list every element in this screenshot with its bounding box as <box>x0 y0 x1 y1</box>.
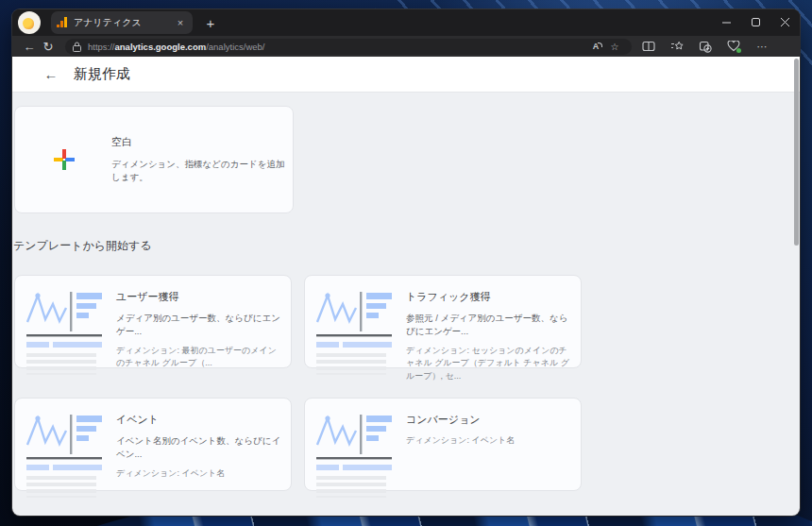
template-card-title: コンバージョン <box>406 413 572 427</box>
template-card-description: メディア別のユーザー数、ならびにエンゲー... <box>116 312 282 338</box>
window-maximize-button[interactable] <box>741 9 770 36</box>
page-back-arrow-icon[interactable]: ← <box>41 66 61 82</box>
browser-essentials-icon[interactable] <box>722 38 745 55</box>
report-thumbnail-icon <box>25 288 103 375</box>
template-card-conversions[interactable]: コンバージョン ディメンション: イベント名 <box>304 398 582 491</box>
page-header: ← 新規作成 <box>12 57 800 93</box>
analytics-page: ← 新規作成 空白 ディメンション、指標などのカードを追加します。 テンプレート… <box>12 57 800 516</box>
url-text: https://analytics.google.com/analytics/w… <box>88 42 586 52</box>
tab-close-icon[interactable]: × <box>174 17 187 28</box>
templates-section-label: テンプレートから開始する <box>13 238 152 254</box>
browser-window: アナリティクス × + ← ↻ https://analytics.google… <box>12 9 800 516</box>
add-plus-icon <box>53 148 76 171</box>
blank-card-description: ディメンション、指標などのカードを追加します。 <box>111 158 293 185</box>
template-card-description: イベント名別のイベント数、ならびにイベン... <box>116 434 282 461</box>
blank-card-title: 空白 <box>111 135 293 149</box>
report-thumbnail-icon <box>25 411 103 498</box>
window-close-button[interactable] <box>770 9 800 36</box>
tab-strip: アナリティクス × + <box>12 9 800 36</box>
template-card-text: コンバージョン ディメンション: イベント名 <box>406 411 572 490</box>
analytics-favicon-icon <box>57 17 68 28</box>
new-tab-button[interactable]: + <box>200 12 221 33</box>
profile-avatar[interactable] <box>18 11 41 34</box>
favorites-star-icon[interactable]: ☆ <box>605 42 624 52</box>
workspaces-icon[interactable] <box>694 38 717 55</box>
blank-card-text: 空白 ディメンション、指標などのカードを追加します。 <box>111 135 293 185</box>
browser-toolbar: ← ↻ https://analytics.google.com/analyti… <box>12 36 800 57</box>
window-minimize-button[interactable] <box>712 9 741 36</box>
template-card-events[interactable]: イベント イベント名別のイベント数、ならびにイベン... ディメンション: イベ… <box>14 398 292 491</box>
page-scrollbar[interactable] <box>794 59 799 246</box>
template-card-dimensions: ディメンション: 最初のユーザーのメインのチャネル グループ（... <box>116 345 282 370</box>
more-menu-icon[interactable]: ⋯ <box>751 38 773 55</box>
template-card-title: トラフィック獲得 <box>406 290 572 304</box>
template-card-dimensions: ディメンション: イベント名 <box>116 467 282 481</box>
report-thumbnail-icon <box>315 411 393 498</box>
template-card-traffic-acquisition[interactable]: トラフィック獲得 参照元 / メディア別のユーザー数、ならびにエンゲー... デ… <box>304 275 582 368</box>
template-card-text: トラフィック獲得 参照元 / メディア別のユーザー数、ならびにエンゲー... デ… <box>406 288 572 367</box>
template-card-text: ユーザー獲得 メディア別のユーザー数、ならびにエンゲー... ディメンション: … <box>116 288 282 367</box>
template-card-text: イベント イベント名別のイベント数、ならびにイベン... ディメンション: イベ… <box>116 411 282 490</box>
template-card-dimensions: ディメンション: セッションのメインのチャネル グループ（デフォルト チャネル … <box>406 345 572 383</box>
url-path: /analytics/web/ <box>206 42 264 52</box>
template-card-dimensions: ディメンション: イベント名 <box>406 434 572 448</box>
blank-template-card[interactable]: 空白 ディメンション、指標などのカードを追加します。 <box>14 106 294 213</box>
read-aloud-icon[interactable]: A <box>586 42 605 51</box>
browser-tab-analytics[interactable]: アナリティクス × <box>51 11 193 34</box>
template-card-title: イベント <box>116 413 282 427</box>
avatar-image <box>23 18 34 29</box>
template-card-description: 参照元 / メディア別のユーザー数、ならびにエンゲー... <box>406 312 572 338</box>
collections-icon[interactable] <box>666 38 688 55</box>
page-title: 新規作成 <box>74 65 130 83</box>
report-thumbnail-icon <box>315 288 393 375</box>
lock-icon <box>73 42 81 52</box>
refresh-button[interactable]: ↻ <box>39 38 58 55</box>
url-scheme: https:// <box>88 42 115 52</box>
tab-title: アナリティクス <box>74 16 174 29</box>
split-screen-icon[interactable] <box>637 38 660 55</box>
back-button[interactable]: ← <box>20 38 39 55</box>
address-bar[interactable]: https://analytics.google.com/analytics/w… <box>65 39 632 55</box>
template-card-title: ユーザー獲得 <box>116 290 282 304</box>
url-host: analytics.google.com <box>115 42 207 52</box>
essentials-status-dot <box>736 48 741 53</box>
template-card-user-acquisition[interactable]: ユーザー獲得 メディア別のユーザー数、ならびにエンゲー... ディメンション: … <box>14 275 292 368</box>
window-controls <box>712 9 800 36</box>
